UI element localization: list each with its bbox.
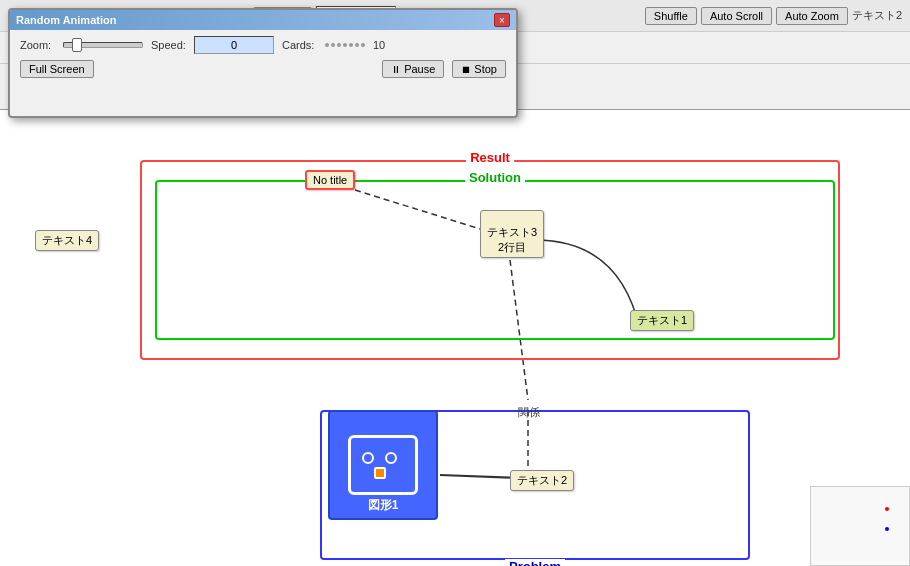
auto-zoom-button[interactable]: Auto Zoom (776, 7, 848, 25)
tekst4-card[interactable]: テキスト4 (35, 230, 99, 251)
auto-scroll-button[interactable]: Auto Scroll (701, 7, 772, 25)
pause-icon: ⏸ (391, 64, 401, 75)
cards-label: Cards: (282, 39, 317, 51)
dialog-controls-row: Zoom: Speed: Cards: 10 (20, 36, 506, 54)
tekst1-label: テキスト1 (637, 314, 687, 326)
cards-dot-2 (331, 43, 335, 47)
speed-input[interactable] (194, 36, 274, 54)
minimap-dot-blue (885, 527, 889, 531)
fullscreen-button[interactable]: Full Screen (20, 60, 94, 78)
minimap (810, 486, 910, 566)
zoom-label-dialog: Zoom: (20, 39, 55, 51)
cards-dot-4 (343, 43, 347, 47)
dialog-body: Zoom: Speed: Cards: 10 (10, 30, 516, 90)
cards-max: 10 (373, 39, 408, 51)
relation-label: 関係 (518, 405, 540, 420)
shape1-node[interactable]: 図形1 (328, 410, 438, 520)
dialog-buttons-row: Full Screen ⏸ Pause ⏹ Stop (20, 60, 506, 78)
canvas-area: Result Solution Problem テキスト4 No title テ… (0, 110, 910, 566)
tekst3-card[interactable]: テキスト3 2行目 (480, 210, 544, 258)
dialog-title: Random Animation (16, 14, 116, 26)
stop-icon: ⏹ (461, 64, 471, 75)
solution-label: Solution (465, 170, 525, 185)
cards-dot-6 (355, 43, 359, 47)
svg-point-7 (386, 453, 396, 463)
stop-label: Stop (474, 63, 497, 75)
cards-dot-1 (325, 43, 329, 47)
cards-dot-3 (337, 43, 341, 47)
cards-dot-5 (349, 43, 353, 47)
shape-face (348, 435, 418, 495)
shuffle-button[interactable]: Shuffle (645, 7, 697, 25)
dialog-close-button[interactable]: × (494, 13, 510, 27)
svg-rect-8 (375, 468, 385, 478)
zoom-slider-dialog[interactable] (63, 42, 143, 48)
result-label: Result (466, 150, 514, 165)
problem-box-label: Problem (505, 559, 565, 566)
face-svg (353, 440, 413, 490)
no-title-label: No title (313, 174, 347, 186)
tekst3-label: テキスト3 2行目 (487, 226, 537, 253)
dialog-titlebar: Random Animation × (10, 10, 516, 30)
dialog-window: Random Animation × Zoom: Speed: Cards: (8, 8, 518, 118)
cards-dot-7 (361, 43, 365, 47)
cards-slider[interactable] (325, 43, 365, 47)
tekst2-card[interactable]: テキスト2 (510, 470, 574, 491)
cards-dots (325, 43, 365, 47)
solution-box: Solution (155, 180, 835, 340)
pause-label: Pause (404, 63, 435, 75)
tekst4-label: テキスト4 (42, 234, 92, 246)
tekst2-label: テキスト2 (517, 474, 567, 486)
tekst1-card[interactable]: テキスト1 (630, 310, 694, 331)
zoom-slider-thumb (72, 38, 82, 52)
speed-label: Speed: (151, 39, 186, 51)
tekst2-label: テキスト2 (852, 8, 902, 23)
shape1-label: 図形1 (368, 497, 399, 514)
no-title-card[interactable]: No title (305, 170, 355, 190)
svg-point-6 (363, 453, 373, 463)
pause-button[interactable]: ⏸ Pause (382, 60, 444, 78)
minimap-dot-red (885, 507, 889, 511)
stop-button[interactable]: ⏹ Stop (452, 60, 506, 78)
